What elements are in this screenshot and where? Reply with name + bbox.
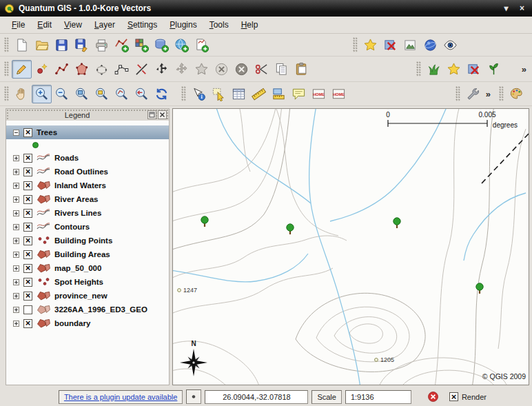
legend-item-river-areas[interactable]: River Areas — [6, 192, 169, 206]
legend-item-trees[interactable]: Trees — [6, 125, 169, 139]
map-tips-button[interactable] — [289, 85, 309, 103]
layer-checkbox[interactable] — [23, 181, 32, 190]
legend-item-3226aa-1996-ed3-geo[interactable]: 3226AA_1996_ED3_GEO — [6, 303, 169, 316]
new-project-button[interactable] — [12, 36, 32, 54]
add-raster-layer-button[interactable] — [132, 36, 152, 54]
map-canvas[interactable]: 1247 1205 N 0 0.005 degrees — [172, 108, 529, 385]
layer-checkbox[interactable] — [23, 195, 32, 204]
save-project-as-button[interactable] — [72, 36, 92, 54]
close-button[interactable]: × — [516, 3, 528, 14]
capture-point-button[interactable] — [32, 60, 52, 79]
legend-item-building-points[interactable]: Building Points — [6, 234, 169, 247]
layer-checkbox[interactable] — [23, 236, 32, 245]
cut-features-button[interactable] — [252, 60, 272, 79]
zoom-to-layer-button[interactable] — [112, 85, 132, 103]
layer-checkbox[interactable] — [23, 264, 32, 273]
refresh-map-button[interactable] — [152, 85, 172, 103]
capture-line-button[interactable] — [52, 60, 72, 79]
layer-checkbox[interactable] — [23, 223, 32, 232]
toolbar-overflow-icon[interactable]: » — [519, 64, 529, 74]
toolbar-grip[interactable] — [456, 86, 460, 101]
remove-red-x-button[interactable] — [464, 60, 484, 79]
collapse-icon[interactable] — [13, 130, 19, 136]
options-wrench-button[interactable] — [463, 85, 483, 103]
move-vertex-button[interactable] — [152, 60, 172, 79]
print-composer-button[interactable] — [92, 36, 112, 54]
capture-polygon-button[interactable] — [72, 60, 92, 79]
menu-edit[interactable]: Edit — [31, 18, 58, 32]
new-vector-layer-button[interactable] — [192, 36, 212, 54]
toolbar-overflow-icon[interactable]: » — [483, 89, 493, 99]
titlebar[interactable]: Quantum GIS - 1.0.0-Kore Vectors ▾ × — [0, 0, 532, 17]
menu-help[interactable]: Help — [235, 18, 265, 32]
menu-plugins[interactable]: Plugins — [163, 18, 203, 32]
add-wms-layer-button[interactable] — [172, 36, 192, 54]
toolbar-grip[interactable] — [353, 37, 358, 52]
layer-checkbox[interactable] — [23, 278, 32, 287]
app-icon[interactable] — [4, 3, 14, 14]
expand-icon[interactable] — [13, 307, 19, 313]
zoom-full-button[interactable] — [72, 85, 92, 103]
expand-icon[interactable] — [13, 196, 19, 203]
render-toggle[interactable]: Render — [444, 390, 491, 404]
node-tool-button[interactable] — [112, 60, 132, 79]
measure-area-button[interactable] — [269, 85, 289, 103]
legend-item-rivers-lines[interactable]: Rivers Lines — [6, 206, 169, 220]
scale-input[interactable]: 1:9136 — [345, 390, 411, 404]
expand-icon[interactable] — [13, 252, 19, 258]
measure-line-button[interactable] — [249, 85, 269, 103]
layer-checkbox[interactable] — [23, 250, 32, 259]
plant-plugin-button[interactable] — [484, 60, 504, 79]
expand-icon[interactable] — [13, 183, 19, 189]
toolbar-grip[interactable] — [4, 61, 9, 77]
legend-item-contours[interactable]: Contours — [6, 220, 169, 234]
eye-icon[interactable] — [440, 36, 460, 54]
menu-layer[interactable]: Layer — [88, 18, 121, 32]
zoom-last-button[interactable] — [132, 85, 152, 103]
expand-icon[interactable] — [13, 155, 19, 161]
toolbar-grip[interactable] — [181, 86, 186, 101]
zoom-out-button[interactable] — [52, 85, 72, 103]
paste-features-button[interactable] — [291, 60, 311, 79]
grass-plugin-button[interactable] — [424, 60, 444, 79]
menu-file[interactable]: File — [6, 18, 31, 32]
menu-view[interactable]: View — [58, 18, 88, 32]
bookmark-star-button[interactable] — [360, 36, 380, 54]
toolbar-grip[interactable] — [499, 86, 504, 101]
expand-icon[interactable] — [13, 169, 19, 175]
open-project-button[interactable] — [32, 36, 52, 54]
remove-layer-button[interactable] — [380, 36, 400, 54]
toolbar-grip[interactable] — [4, 86, 9, 101]
menu-settings[interactable]: Settings — [121, 18, 163, 32]
menu-tools[interactable]: Tools — [203, 18, 235, 32]
legend-item-inland-waters[interactable]: Inland Waters — [6, 179, 169, 192]
home-bookmark-button[interactable]: HOME — [329, 85, 349, 103]
expand-icon[interactable] — [13, 265, 19, 272]
toggle-editing-button[interactable] — [12, 60, 32, 79]
expand-icon[interactable] — [13, 279, 19, 285]
toolbar-grip[interactable] — [4, 37, 9, 52]
save-project-button[interactable] — [52, 36, 72, 54]
dock-panel-icon[interactable] — [147, 110, 156, 119]
legend-item-building-areas[interactable]: Building Areas — [6, 247, 169, 261]
shade-button[interactable]: ▾ — [500, 3, 512, 14]
home-bookmark-button[interactable]: HOME — [309, 85, 329, 103]
plugin-update-link[interactable]: There is a plugin update available — [64, 393, 178, 401]
legend-item-boundary[interactable]: boundary — [6, 316, 169, 330]
render-checkbox[interactable] — [449, 392, 458, 401]
layer-checkbox[interactable] — [23, 292, 32, 301]
delete-selected-button[interactable] — [232, 60, 252, 79]
expand-icon[interactable] — [13, 238, 19, 244]
toolbar-grip[interactable] — [416, 61, 421, 77]
split-features-button[interactable] — [132, 60, 152, 79]
open-attribute-table-button[interactable] — [229, 85, 249, 103]
add-vector-layer-button[interactable] — [112, 36, 132, 54]
legend-item-province-new[interactable]: province_new — [6, 289, 169, 303]
move-feature-button[interactable] — [92, 60, 112, 79]
expand-icon[interactable] — [13, 210, 19, 216]
identify-features-button[interactable] — [189, 85, 209, 103]
move-selection-button[interactable] — [172, 60, 192, 79]
expand-icon[interactable] — [13, 293, 19, 299]
cancel-edits-button[interactable] — [212, 60, 232, 79]
layer-checkbox[interactable] — [23, 128, 32, 137]
